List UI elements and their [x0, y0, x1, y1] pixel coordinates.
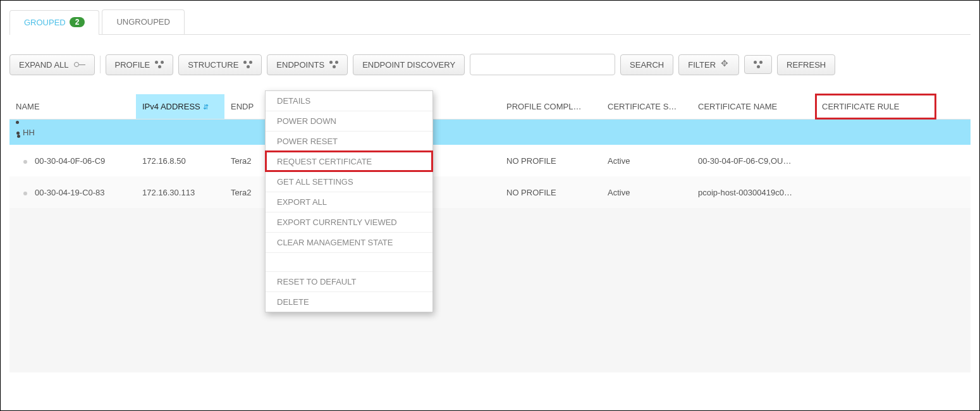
cell-name: 00-30-04-0F-06-C9 — [9, 156, 136, 166]
table-header: NAME IPv4 ADDRESS ENDP S PROFILE COMPL… … — [9, 94, 971, 120]
menu-reset-to-default[interactable]: RESET TO DEFAULT — [266, 271, 432, 291]
cell-name-text: 00-30-04-0F-06-C9 — [35, 156, 105, 166]
col-certificate-rule[interactable]: CERTIFICATE RULE — [816, 94, 936, 119]
group-name: HH — [23, 128, 35, 137]
cell-ip: 172.16.30.113 — [136, 188, 224, 197]
group-collapse-icon — [16, 121, 20, 144]
structure-label: STRUCTURE — [188, 60, 238, 70]
endpoint-discovery-button[interactable]: ENDPOINT DISCOVERY — [353, 54, 465, 75]
profile-label: PROFILE — [115, 60, 150, 70]
refresh-button[interactable]: REFRESH — [777, 54, 835, 75]
menu-get-all-settings[interactable]: GET ALL SETTINGS — [266, 171, 432, 192]
filter-split-button[interactable] — [744, 55, 772, 74]
cell-certstatus: Active — [601, 188, 692, 197]
menu-separator — [266, 252, 432, 271]
toolbar: EXPAND ALL PROFILE STRUCTURE ENDPOINTS E… — [9, 54, 971, 75]
caret-down-icon — [329, 61, 338, 68]
table-row[interactable]: 00-30-04-0F-06-C9 172.16.8.50 Tera2 onli… — [9, 145, 971, 176]
cell-profile: NO PROFILE — [500, 188, 601, 197]
menu-clear-management-state[interactable]: CLEAR MANAGEMENT STATE — [266, 232, 432, 252]
col-name[interactable]: NAME — [9, 94, 136, 119]
cell-profile: NO PROFILE — [500, 156, 601, 166]
refresh-label: REFRESH — [787, 60, 826, 70]
status-dot-icon — [23, 192, 27, 195]
sort-icon — [203, 102, 209, 111]
table-row[interactable]: 00-30-04-19-C0-83 172.16.30.113 Tera2 on… — [9, 176, 971, 208]
expand-all-button[interactable]: EXPAND ALL — [9, 54, 95, 75]
expand-all-label: EXPAND ALL — [19, 60, 69, 70]
move-icon — [721, 60, 730, 69]
menu-delete[interactable]: DELETE — [266, 291, 432, 312]
endpoints-menu: DETAILS POWER DOWN POWER RESET REQUEST C… — [265, 90, 433, 312]
status-dot-icon — [23, 160, 27, 164]
filter-label: FILTER — [688, 60, 716, 70]
tab-bar: GROUPED 2 UNGROUPED — [9, 9, 971, 35]
cell-ip: 172.16.8.50 — [136, 156, 224, 166]
endpoints-button[interactable]: ENDPOINTS — [267, 54, 348, 75]
col-certificate-name[interactable]: CERTIFICATE NAME — [692, 94, 816, 119]
table-empty-area — [9, 208, 971, 372]
tab-grouped[interactable]: GROUPED 2 — [9, 10, 99, 35]
separator — [100, 56, 101, 73]
cell-name-text: 00-30-04-19-C0-83 — [35, 188, 105, 197]
tab-ungrouped[interactable]: UNGROUPED — [102, 9, 185, 34]
filter-button[interactable]: FILTER — [678, 54, 739, 75]
col-certificate-status[interactable]: CERTIFICATE S… — [601, 94, 692, 119]
caret-down-icon — [243, 61, 252, 68]
endpoints-label: ENDPOINTS — [276, 60, 324, 70]
cell-certstatus: Active — [601, 156, 692, 166]
col-ipv4[interactable]: IPv4 ADDRESS — [136, 94, 224, 119]
profile-button[interactable]: PROFILE — [106, 54, 174, 75]
menu-details[interactable]: DETAILS — [266, 91, 432, 111]
group-row[interactable]: HH — [9, 120, 971, 145]
caret-down-icon — [754, 61, 763, 68]
discovery-label: ENDPOINT DISCOVERY — [362, 60, 455, 70]
search-label: SEARCH — [630, 60, 664, 70]
tab-grouped-badge: 2 — [70, 17, 85, 27]
cell-certname: 00-30-04-0F-06-C9,OU… — [692, 156, 816, 166]
col-profile-completion[interactable]: PROFILE COMPL… — [500, 94, 601, 119]
menu-export-all[interactable]: EXPORT ALL — [266, 192, 432, 212]
menu-power-reset[interactable]: POWER RESET — [266, 131, 432, 151]
key-icon — [74, 62, 85, 67]
tab-ungrouped-label: UNGROUPED — [116, 17, 170, 27]
tab-grouped-label: GROUPED — [24, 18, 66, 27]
cell-certname: pcoip-host-00300419c0… — [692, 188, 816, 197]
col-ipv4-label: IPv4 ADDRESS — [142, 102, 200, 111]
menu-export-currently-viewed[interactable]: EXPORT CURRENTLY VIEWED — [266, 212, 432, 232]
search-button[interactable]: SEARCH — [620, 54, 673, 75]
app-frame: GROUPED 2 UNGROUPED EXPAND ALL PROFILE S… — [0, 0, 980, 411]
menu-power-down[interactable]: POWER DOWN — [266, 111, 432, 131]
endpoints-table: NAME IPv4 ADDRESS ENDP S PROFILE COMPL… … — [9, 94, 971, 372]
menu-request-certificate[interactable]: REQUEST CERTIFICATE — [266, 151, 432, 171]
search-input[interactable] — [470, 54, 615, 75]
cell-name: 00-30-04-19-C0-83 — [9, 188, 136, 197]
structure-button[interactable]: STRUCTURE — [178, 54, 262, 75]
caret-down-icon — [155, 61, 164, 68]
